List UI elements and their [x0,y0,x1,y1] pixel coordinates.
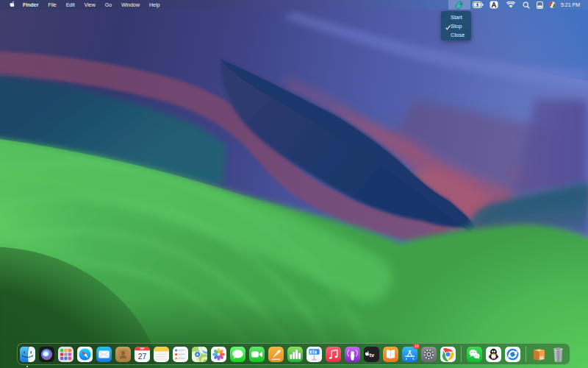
svg-text:SEP: SEP [140,347,144,350]
svg-text:27: 27 [137,351,146,360]
svg-text:tv: tv [369,351,374,358]
svg-text:ZIP: ZIP [539,357,542,359]
